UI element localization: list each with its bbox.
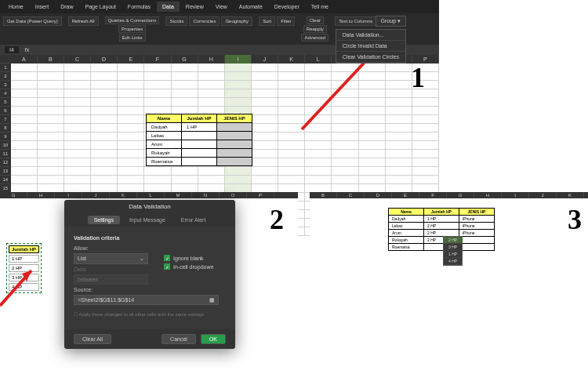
cell[interactable] bbox=[412, 158, 439, 167]
cell[interactable] bbox=[278, 98, 305, 107]
advanced-button[interactable]: Advanced bbox=[301, 34, 328, 42]
tab-formulas[interactable]: Formulas bbox=[122, 2, 156, 12]
cell[interactable] bbox=[332, 176, 358, 184]
row-header[interactable]: 11 bbox=[0, 150, 11, 158]
th-jenis[interactable]: JENIS HP bbox=[459, 209, 495, 216]
cell[interactable] bbox=[225, 176, 252, 184]
cell[interactable] bbox=[252, 132, 278, 141]
ok-button[interactable]: OK bbox=[201, 334, 226, 344]
tab-tellme[interactable]: Tell me bbox=[306, 2, 334, 12]
col-O[interactable]: O bbox=[220, 192, 247, 198]
col-B[interactable]: B bbox=[310, 192, 337, 198]
col-I[interactable]: I bbox=[55, 192, 82, 198]
cell-jenis[interactable] bbox=[217, 123, 252, 132]
col-A[interactable]: A bbox=[11, 55, 38, 64]
th-nama[interactable]: Nama bbox=[147, 114, 182, 123]
cell[interactable] bbox=[332, 72, 358, 81]
cell[interactable] bbox=[332, 141, 358, 150]
get-data-button[interactable]: Get Data (Power Query) bbox=[3, 16, 62, 26]
row-header[interactable]: 6 bbox=[0, 107, 11, 115]
cell[interactable] bbox=[252, 81, 278, 89]
cell[interactable] bbox=[252, 115, 278, 124]
cell[interactable] bbox=[252, 89, 278, 98]
col-G[interactable]: G bbox=[0, 192, 27, 198]
cell[interactable] bbox=[412, 115, 439, 124]
cell[interactable] bbox=[198, 176, 225, 184]
col-J[interactable]: J bbox=[529, 192, 557, 198]
cell[interactable] bbox=[11, 158, 38, 167]
col-H[interactable]: H bbox=[27, 192, 55, 198]
cell[interactable] bbox=[332, 107, 358, 115]
cell[interactable] bbox=[332, 64, 358, 72]
dialog-tab-error-alert[interactable]: Error Alert bbox=[175, 216, 212, 224]
cell[interactable] bbox=[305, 150, 332, 158]
cell[interactable] bbox=[144, 98, 171, 107]
cell[interactable] bbox=[38, 89, 64, 98]
col-J[interactable]: J bbox=[252, 55, 278, 64]
cell[interactable] bbox=[386, 150, 412, 158]
cell[interactable] bbox=[198, 81, 225, 89]
cell[interactable] bbox=[278, 64, 305, 72]
cell[interactable] bbox=[359, 150, 386, 158]
dropdown-option[interactable]: 4 HP bbox=[444, 258, 462, 265]
incell-dropdown-checkbox[interactable]: ✓In-cell dropdown bbox=[164, 263, 213, 270]
cell[interactable] bbox=[386, 141, 412, 150]
cell[interactable] bbox=[412, 132, 439, 141]
cell[interactable] bbox=[278, 176, 305, 184]
cell[interactable] bbox=[278, 150, 305, 158]
cell[interactable] bbox=[252, 72, 278, 81]
cell[interactable] bbox=[305, 167, 332, 176]
col-F[interactable]: F bbox=[419, 192, 447, 198]
cell[interactable] bbox=[118, 64, 144, 72]
mini-cell[interactable]: 3 HP bbox=[9, 274, 39, 281]
cell[interactable] bbox=[332, 115, 358, 124]
geography-button[interactable]: Geography bbox=[221, 16, 252, 26]
cell[interactable] bbox=[252, 124, 278, 132]
row-header[interactable]: 12 bbox=[0, 158, 11, 167]
cell[interactable] bbox=[412, 107, 439, 115]
cell[interactable] bbox=[64, 176, 91, 184]
cell[interactable] bbox=[386, 158, 412, 167]
cell[interactable]: iPhone bbox=[459, 223, 495, 230]
row-header[interactable]: 4 bbox=[0, 89, 11, 98]
cell[interactable] bbox=[38, 158, 64, 167]
cell[interactable] bbox=[11, 167, 38, 176]
th-jumlah[interactable]: Jumlah HP bbox=[182, 114, 217, 123]
cell[interactable] bbox=[91, 64, 118, 72]
cell[interactable] bbox=[64, 89, 91, 98]
cell[interactable] bbox=[386, 81, 412, 89]
cell[interactable] bbox=[64, 115, 91, 124]
cell[interactable] bbox=[64, 64, 91, 72]
cell[interactable] bbox=[11, 115, 38, 124]
cell[interactable] bbox=[64, 141, 91, 150]
cell[interactable] bbox=[305, 132, 332, 141]
cell[interactable] bbox=[252, 150, 278, 158]
tab-draw[interactable]: Draw bbox=[55, 2, 78, 12]
cell[interactable] bbox=[412, 176, 439, 184]
stocks-button[interactable]: Stocks bbox=[165, 16, 187, 26]
cell[interactable] bbox=[359, 167, 386, 176]
row-header[interactable]: 2 bbox=[0, 72, 11, 81]
cell[interactable] bbox=[118, 176, 144, 184]
th-nama[interactable]: Nama bbox=[389, 209, 424, 216]
cell[interactable] bbox=[118, 132, 144, 141]
data-table[interactable]: NamaJumlah HPJENIS HP Dadyah1 HP Lebas A… bbox=[146, 114, 252, 166]
edit-links-button[interactable]: Edit Links bbox=[119, 34, 146, 42]
cell[interactable] bbox=[332, 150, 358, 158]
cell[interactable] bbox=[118, 150, 144, 158]
cell[interactable] bbox=[118, 98, 144, 107]
cell[interactable] bbox=[252, 98, 278, 107]
cell[interactable] bbox=[144, 176, 171, 184]
th-jenis[interactable]: JENIS HP bbox=[217, 114, 252, 123]
menu-clear-circles[interactable]: Clear Validation Circles bbox=[336, 52, 405, 63]
cell[interactable] bbox=[198, 98, 225, 107]
cancel-button[interactable]: Cancel bbox=[162, 334, 196, 344]
cell-jumlah[interactable] bbox=[182, 158, 217, 166]
col-I[interactable]: I bbox=[225, 55, 252, 64]
cell-jenis[interactable] bbox=[217, 140, 252, 149]
cell[interactable] bbox=[91, 107, 118, 115]
col-K[interactable]: K bbox=[557, 192, 584, 198]
cell[interactable] bbox=[332, 158, 358, 167]
row-header[interactable]: 9 bbox=[0, 132, 11, 141]
tab-automate[interactable]: Automate bbox=[234, 2, 268, 12]
